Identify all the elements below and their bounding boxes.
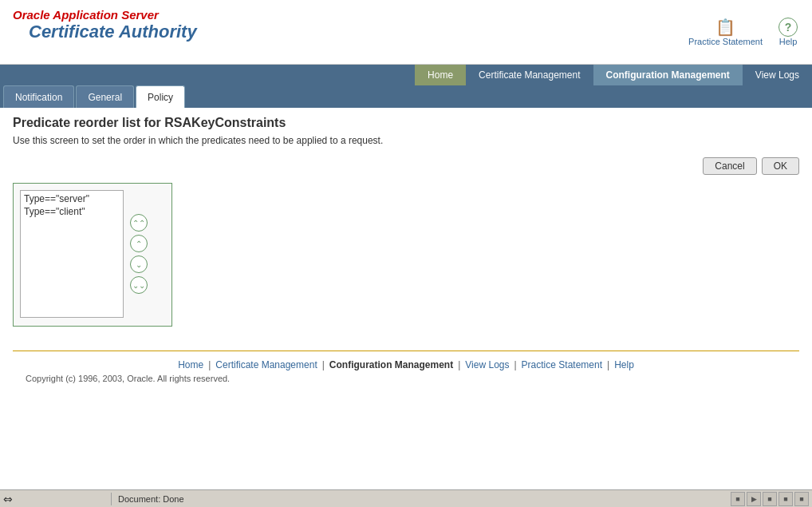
move-down-button[interactable]: ⌄: [130, 255, 148, 273]
content-area: Predicate reorder list for RSAKeyConstra…: [0, 108, 812, 399]
copyright-text: Copyright (c) 1996, 2003, Oracle. All ri…: [26, 374, 786, 383]
tab-view-logs[interactable]: View Logs: [743, 65, 812, 85]
list-area: Type=="server" Type=="client" ⌃⌃ ⌃ ⌄ ⌄⌄: [20, 190, 165, 318]
app-title-line1: Oracle Application Server: [13, 8, 271, 22]
list-item[interactable]: Type=="server": [22, 192, 121, 205]
logo-wrapper: Oracle Application Server Certificate Au…: [6, 3, 278, 61]
cancel-button[interactable]: Cancel: [703, 157, 756, 175]
page-description: Use this screen to set the order in whic…: [13, 135, 799, 146]
list-item[interactable]: Type=="client": [22, 205, 121, 218]
tab-policy[interactable]: Policy: [136, 85, 185, 108]
reorder-container: Type=="server" Type=="client" ⌃⌃ ⌃ ⌄ ⌄⌄: [13, 183, 172, 327]
ok-button[interactable]: OK: [762, 157, 799, 175]
action-bar: Cancel OK: [13, 157, 799, 175]
move-up-button[interactable]: ⌃: [130, 235, 148, 252]
tab-home[interactable]: Home: [415, 65, 466, 85]
header-right: 📋 Practice Statement ? Help: [688, 18, 806, 46]
footer-practice-link[interactable]: Practice Statement: [522, 359, 602, 370]
footer-view-logs-link[interactable]: View Logs: [465, 359, 509, 370]
move-bottom-button[interactable]: ⌄⌄: [130, 276, 148, 294]
page-title: Predicate reorder list for RSAKeyConstra…: [13, 116, 799, 130]
footer-home-link[interactable]: Home: [178, 359, 203, 370]
footer-config-mgmt-link[interactable]: Configuration Management: [329, 359, 453, 370]
tab-general[interactable]: General: [76, 85, 134, 108]
reorder-buttons: ⌃⌃ ⌃ ⌄ ⌄⌄: [128, 190, 148, 318]
practice-statement-link[interactable]: 📋 Practice Statement: [688, 18, 763, 46]
tab-config-mgmt[interactable]: Configuration Management: [593, 65, 743, 85]
predicate-list[interactable]: Type=="server" Type=="client": [20, 190, 124, 318]
footer-links: Home | Certificate Management | Configur…: [26, 359, 786, 370]
footer-help-link[interactable]: Help: [614, 359, 634, 370]
tab-notification[interactable]: Notification: [3, 85, 74, 108]
footer-cert-mgmt-link[interactable]: Certificate Management: [215, 359, 317, 370]
practice-statement-label: Practice Statement: [688, 37, 763, 46]
practice-icon: 📋: [715, 18, 735, 37]
logo-inner: Oracle Application Server Certificate Au…: [6, 3, 278, 47]
app-title-line2: Certificate Authority: [13, 22, 271, 42]
header: Oracle Application Server Certificate Au…: [0, 0, 812, 65]
top-nav: Home Certificate Management Configuratio…: [0, 65, 812, 85]
move-top-button[interactable]: ⌃⌃: [130, 214, 148, 232]
help-icon: ?: [778, 18, 798, 37]
footer-nav: Home | Certificate Management | Configur…: [13, 351, 799, 391]
help-label: Help: [779, 37, 798, 46]
sub-nav: Notification General Policy: [0, 85, 812, 108]
help-link[interactable]: ? Help: [778, 18, 798, 46]
tab-cert-mgmt[interactable]: Certificate Management: [466, 65, 593, 85]
